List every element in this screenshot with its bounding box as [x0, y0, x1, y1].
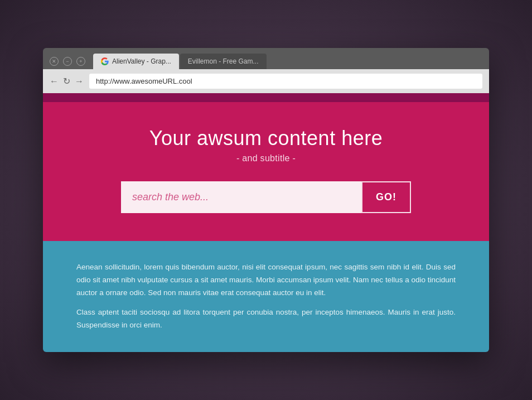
text-paragraph-2: Class aptent taciti sociosqu ad litora t…	[76, 306, 456, 332]
tab-favicon-google	[101, 57, 109, 65]
reload-button[interactable]: ↻	[63, 76, 70, 86]
tab-label-alienv: AlienValley - Grap...	[112, 57, 171, 65]
nav-bar: ← ↻ →	[43, 69, 489, 93]
maximize-icon: +	[79, 59, 82, 64]
content-area: Your awsum content here - and subtitle -…	[43, 93, 489, 352]
tab-label-evillemon: Evillemon - Free Gam...	[188, 57, 259, 65]
hero-section: Your awsum content here - and subtitle -…	[43, 93, 489, 241]
forward-button[interactable]: →	[75, 76, 84, 86]
tab-alienv[interactable]: AlienValley - Grap...	[93, 54, 179, 69]
close-icon: ✕	[52, 59, 56, 64]
go-button[interactable]: GO!	[361, 181, 411, 213]
minimize-button[interactable]: −	[63, 57, 72, 66]
search-input[interactable]	[121, 181, 361, 213]
browser-chrome: ✕ − + AlienValley - Grap... Ev	[43, 48, 489, 69]
tabs-bar: AlienValley - Grap... Evillemon - Free G…	[93, 54, 482, 69]
hero-title: Your awsum content here	[149, 127, 383, 150]
minimize-icon: −	[66, 59, 69, 64]
search-row: GO!	[121, 181, 411, 213]
back-button[interactable]: ←	[50, 76, 59, 86]
maximize-button[interactable]: +	[76, 57, 85, 66]
nav-buttons: ← ↻ →	[50, 76, 84, 86]
close-button[interactable]: ✕	[50, 57, 59, 66]
browser-window: ✕ − + AlienValley - Grap... Ev	[43, 48, 489, 352]
window-controls: ✕ − +	[50, 57, 85, 66]
text-paragraph-1: Aenean sollicitudin, lorem quis bibendum…	[76, 261, 456, 300]
tab-evillemon[interactable]: Evillemon - Free Gam...	[180, 54, 267, 69]
hero-subtitle: - and subtitle -	[236, 153, 296, 163]
text-section: Aenean sollicitudin, lorem quis bibendum…	[43, 241, 489, 352]
hero-top-bar	[43, 93, 489, 102]
address-bar[interactable]	[89, 74, 482, 89]
